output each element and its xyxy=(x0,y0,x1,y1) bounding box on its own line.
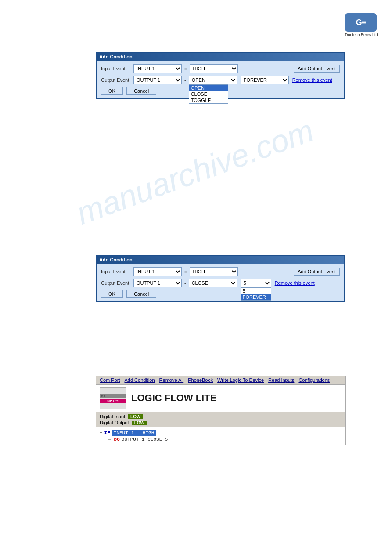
output-event-select-2[interactable]: OUTPUT 1 xyxy=(133,279,182,287)
logic-action: OUTPUT 1 CLOSE 5 xyxy=(122,437,168,442)
output-event-select[interactable]: OUTPUT 1 xyxy=(133,76,182,84)
action-select-2[interactable]: CLOSE xyxy=(189,279,237,287)
input-event-select[interactable]: INPUT 1 xyxy=(133,64,182,73)
menu-add-condition[interactable]: Add Condition xyxy=(122,377,156,383)
dialog-1-title: Add Condition xyxy=(97,53,344,61)
app-header: SIP Lite LOGIC FLOW LITE xyxy=(96,385,345,412)
cancel-btn-2[interactable]: Cancel xyxy=(126,290,156,298)
add-output-btn-1[interactable]: Add Output Event xyxy=(294,65,340,73)
dash-sign-2: - xyxy=(183,280,187,286)
digital-input-label: Digital Input xyxy=(100,414,125,419)
duration-dropdown-2[interactable]: 5 FOREVER xyxy=(241,287,271,301)
dialog-1-input-row: Input Event INPUT 1 = HIGH Add Output Ev… xyxy=(101,64,340,73)
app-title: LOGIC FLOW LITE xyxy=(131,392,216,404)
tree-collapse[interactable]: − xyxy=(100,430,103,435)
input-event-select-2[interactable]: INPUT 1 xyxy=(133,267,182,276)
status-area: Digital Input LOW Digital Output LOW xyxy=(96,412,345,427)
remove-link-2[interactable]: Remove this event xyxy=(275,280,315,286)
dash-sign: - xyxy=(183,77,187,83)
ok-btn-2[interactable]: OK xyxy=(101,290,123,298)
high-select[interactable]: HIGH xyxy=(190,64,238,73)
if-keyword: IF xyxy=(104,430,110,435)
add-output-btn-2[interactable]: Add Output Event xyxy=(294,268,340,276)
digital-output-row: Digital Output LOW xyxy=(100,420,342,425)
ok-btn-1[interactable]: OK xyxy=(101,87,123,95)
dialog-1: Add Condition Input Event INPUT 1 = HIGH… xyxy=(96,52,345,99)
action-select-1[interactable]: OPEN xyxy=(189,76,237,84)
high-select-2[interactable]: HIGH xyxy=(190,267,238,276)
main-app: Com Port Add Condition Remove All PhoneB… xyxy=(96,376,346,445)
menu-bar: Com Port Add Condition Remove All PhoneB… xyxy=(96,376,345,385)
digital-input-value: LOW xyxy=(128,414,143,419)
dropdown-toggle[interactable]: TOGGLE xyxy=(189,97,228,103)
duration-select-2[interactable]: 5 xyxy=(241,279,271,287)
dialog-2-output-row: Output Event OUTPUT 1 - CLOSE 5 5 FOREVE… xyxy=(101,279,340,287)
logo-area: G≡ Duetech Beres Ltd. xyxy=(345,13,379,37)
action-dropdown-wrapper: OPEN OPEN CLOSE TOGGLE xyxy=(189,76,237,84)
duration-select-1[interactable]: FOREVER xyxy=(241,76,289,84)
dialog-2: Add Condition Input Event INPUT 1 = HIGH… xyxy=(96,255,345,302)
dropdown-close[interactable]: CLOSE xyxy=(189,91,228,97)
remove-link-1[interactable]: Remove this event xyxy=(292,77,332,83)
logic-area: − IF INPUT 1 = HIGH — DO OUTPUT 1 CLOSE … xyxy=(96,427,345,445)
menu-read-inputs[interactable]: Read Inputs xyxy=(266,377,296,383)
digital-output-value: LOW xyxy=(132,421,147,425)
output-event-label-2: Output Event xyxy=(101,280,132,286)
cancel-btn-1[interactable]: Cancel xyxy=(126,87,156,95)
equals-sign-2: = xyxy=(183,269,188,274)
device-top xyxy=(100,394,126,398)
logic-do-row: — DO OUTPUT 1 CLOSE 5 xyxy=(108,437,342,442)
dialog-1-body: Input Event INPUT 1 = HIGH Add Output Ev… xyxy=(97,61,344,98)
menu-configurations[interactable]: Configurations xyxy=(297,377,331,383)
duration-dropdown-wrapper: 5 5 FOREVER xyxy=(241,279,271,287)
dropdown-open[interactable]: OPEN xyxy=(189,85,228,91)
logic-condition: INPUT 1 = HIGH xyxy=(112,430,156,436)
action-dropdown-1[interactable]: OPEN CLOSE TOGGLE xyxy=(189,84,228,104)
menu-com-port[interactable]: Com Port xyxy=(98,377,122,383)
dialog-1-output-row: Output Event OUTPUT 1 - OPEN OPEN CLOSE … xyxy=(101,76,340,84)
duration-5[interactable]: 5 xyxy=(241,288,271,294)
logic-if-row: − IF INPUT 1 = HIGH xyxy=(100,430,342,436)
logo-icon: G≡ xyxy=(345,13,377,32)
dialog-2-title: Add Condition xyxy=(97,256,344,264)
watermark: manuarchive.com xyxy=(72,112,318,231)
do-keyword: DO xyxy=(114,437,120,442)
dialog-2-input-row: Input Event INPUT 1 = HIGH Add Output Ev… xyxy=(101,267,340,276)
output-event-label: Output Event xyxy=(101,77,132,83)
tree-line: — xyxy=(108,437,111,442)
duration-forever[interactable]: FOREVER xyxy=(241,294,271,300)
device-label: SIP Lite xyxy=(100,399,126,403)
input-event-label: Input Event xyxy=(101,66,132,71)
menu-phonebook[interactable]: PhoneBook xyxy=(186,377,215,383)
dialog-2-buttons: OK Cancel xyxy=(101,290,340,298)
input-event-label-2: Input Event xyxy=(101,269,132,274)
menu-write-logic[interactable]: Write Logic To Device xyxy=(216,377,266,383)
logo-text: Duetech Beres Ltd. xyxy=(345,33,379,37)
digital-input-row: Digital Input LOW xyxy=(100,414,342,419)
equals-sign: = xyxy=(183,66,188,71)
dialog-2-body: Input Event INPUT 1 = HIGH Add Output Ev… xyxy=(97,264,344,301)
device-image: SIP Lite xyxy=(100,387,126,409)
menu-remove-all[interactable]: Remove All xyxy=(158,377,186,383)
digital-output-label: Digital Output xyxy=(100,420,129,425)
